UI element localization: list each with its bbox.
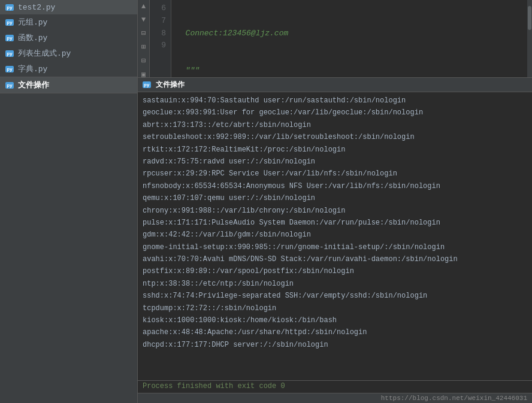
- terminal-line: gnome-initial-setup:x:990:985::/run/gnom…: [143, 241, 527, 253]
- line-num-6: 6: [155, 2, 166, 15]
- terminal-line: setroubleshoot:x:992:989::/var/lib/setro…: [143, 131, 527, 143]
- terminal-line: chrony:x:991:988::/var/lib/chrony:/sbin/…: [143, 205, 527, 217]
- terminal-line: rpcuser:x:29:29:RPC Service User:/var/li…: [143, 168, 527, 180]
- down-icon[interactable]: ▼: [141, 16, 146, 24]
- line-num-9: 9: [155, 40, 166, 52]
- up-icon[interactable]: ▲: [141, 2, 146, 11]
- terminal-toolbar: py 文件操作: [138, 78, 532, 92]
- sidebar-active-section: py 文件操作: [0, 77, 137, 93]
- sidebar-item-label-2: 元组.py: [18, 17, 47, 28]
- main-area: ▲ ▼ ⊟ ⊞ ⊟ ▣ 6 7 8 9 Connect:123456@ljz.c…: [138, 0, 532, 403]
- code-content[interactable]: Connect:123456@ljz.com """ with open('/t…: [171, 0, 527, 77]
- sidebar-item-label-3: 函数.py: [18, 32, 47, 43]
- print-icon[interactable]: ⊟: [141, 56, 146, 65]
- terminal-line: postfix:x:89:89::/var/spool/postfix:/sbi…: [143, 265, 527, 277]
- terminal-line: rtkit:x:172:172:RealtimeKit:/proc:/sbin/…: [143, 144, 527, 156]
- status-url: https://blog.csdn.net/weixin_42446031: [381, 395, 527, 402]
- terminal-line: nfsnobody:x:65534:65534:Anonymous NFS Us…: [143, 180, 527, 192]
- py-file-icon-5: py: [5, 64, 14, 74]
- sidebar-item-label-4: 列表生成式.py: [18, 48, 71, 59]
- terminal-line: abrt:x:173:173::/etc/abrt:/sbin/nologin: [143, 119, 527, 131]
- sidebar-item-test2[interactable]: py test2.py: [0, 0, 137, 14]
- terminal-line: radvd:x:75:75:radvd user:/:/sbin/nologin: [143, 156, 527, 168]
- sidebar-item-label-5: 字典.py: [18, 63, 47, 74]
- editor-scrollbar[interactable]: [527, 0, 532, 77]
- py-file-icon-2: py: [5, 17, 14, 27]
- code-line-7: """: [176, 65, 522, 77]
- status-bar: https://blog.csdn.net/weixin_42446031: [138, 393, 532, 403]
- py-file-icon: py: [5, 2, 14, 12]
- sidebar-item-label: test2.py: [18, 3, 55, 12]
- indent-icon[interactable]: ⊞: [141, 43, 146, 51]
- terminal-line: qemu:x:107:107:qemu user:/:/sbin/nologin: [143, 192, 527, 204]
- terminal-toolbar-label: 文件操作: [156, 80, 185, 90]
- terminal-exit-message: Process finished with exit code 0: [138, 380, 532, 393]
- line-numbers: 6 7 8 9: [150, 0, 171, 77]
- terminal-area: py 文件操作 sastauin:x:994:70:Sastauthd user…: [138, 78, 532, 403]
- terminal-line: tcpdump:x:72:72::/:sbin/nologin: [143, 302, 527, 314]
- editor-toolbar: ▲ ▼ ⊟ ⊞ ⊟ ▣: [138, 0, 150, 77]
- code-editor: ▲ ▼ ⊟ ⊞ ⊟ ▣ 6 7 8 9 Connect:123456@ljz.c…: [138, 0, 532, 78]
- terminal-line: dhcpd:x:177:177:DHCP server:/:/sbin/nolo…: [143, 339, 527, 351]
- terminal-content: sastauin:x:994:70:Sastauthd user:/run/sa…: [138, 92, 532, 380]
- sidebar-item-dict[interactable]: py 字典.py: [0, 61, 137, 77]
- exit-message-text: Process finished with exit code 0: [143, 382, 285, 390]
- terminal-line: avahi:x:70:70:Avahi mDNS/DNS-SD Stack:/v…: [143, 253, 527, 265]
- terminal-line: kiosk:x:1000:1000:kiosk:/home/kiosk:/bin…: [143, 314, 527, 326]
- terminal-line: sshd:x:74:74:Privilege-separated SSH:/va…: [143, 290, 527, 302]
- sidebar: py test2.py py 元组.py py 函数.py py 列表生成式.p…: [0, 0, 138, 403]
- active-section-label: 文件操作: [18, 80, 49, 90]
- sidebar-item-list-comp[interactable]: py 列表生成式.py: [0, 46, 137, 61]
- terminal-line: geoclue:x:993:991:User for geoclue:/var/…: [143, 107, 527, 119]
- line-num-8: 8: [155, 28, 166, 40]
- terminal-py-badge: py: [143, 81, 151, 88]
- terminal-line: gdm:x:42:42::/var/lib/gdm:/sbin/nologin: [143, 229, 527, 241]
- py-file-icon-4: py: [5, 49, 14, 58]
- py-file-icon-active: py: [5, 80, 14, 90]
- terminal-line: apache:x:48:48:Apache:/usr/share/httpd:/…: [143, 326, 527, 338]
- terminal-line: sastauin:x:994:70:Sastauthd user:/run/sa…: [143, 95, 527, 107]
- line-num-7: 7: [155, 15, 166, 28]
- filter-icon[interactable]: ⊟: [141, 29, 146, 38]
- py-file-icon-3: py: [5, 33, 14, 43]
- sidebar-item-tuple[interactable]: py 元组.py: [0, 14, 137, 30]
- terminal-line: ntp:x:38:38::/etc/ntp:/sbin/nologin: [143, 278, 527, 290]
- terminal-line: pulse:x:171:171:PulseAudio System Daemon…: [143, 217, 527, 229]
- sidebar-item-functions[interactable]: py 函数.py: [0, 30, 137, 46]
- code-line-6: Connect:123456@ljz.com: [176, 28, 522, 40]
- scrollbar-thumb[interactable]: [528, 6, 531, 30]
